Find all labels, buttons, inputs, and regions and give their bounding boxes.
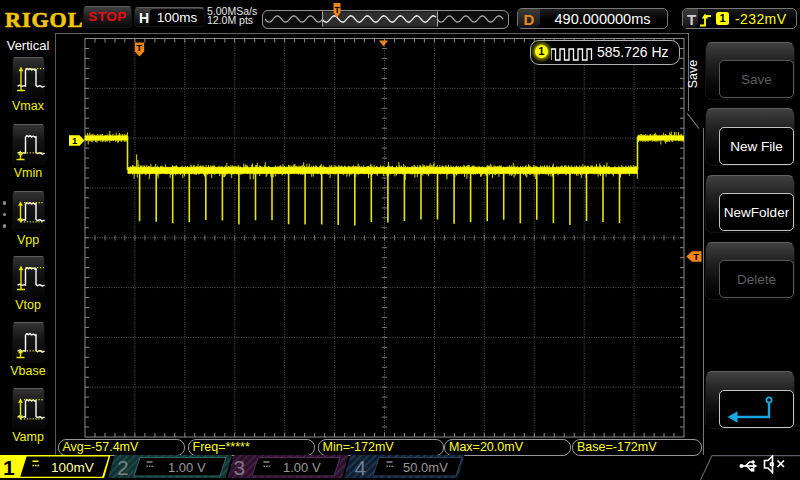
svg-text:2: 2 — [117, 456, 129, 479]
svg-text:3: 3 — [234, 456, 246, 479]
svg-text:50.0mV: 50.0mV — [403, 460, 448, 475]
svg-text:T: T — [335, 5, 341, 15]
svg-text:100mV: 100mV — [51, 460, 94, 475]
svg-text:4: 4 — [355, 456, 367, 479]
svg-text:T: T — [136, 42, 142, 53]
svg-text:1: 1 — [3, 456, 15, 479]
svg-text:1.00 V: 1.00 V — [283, 460, 321, 475]
svg-text:1: 1 — [72, 135, 78, 146]
svg-text:1.00 V: 1.00 V — [168, 460, 206, 475]
svg-text:T: T — [693, 251, 699, 262]
